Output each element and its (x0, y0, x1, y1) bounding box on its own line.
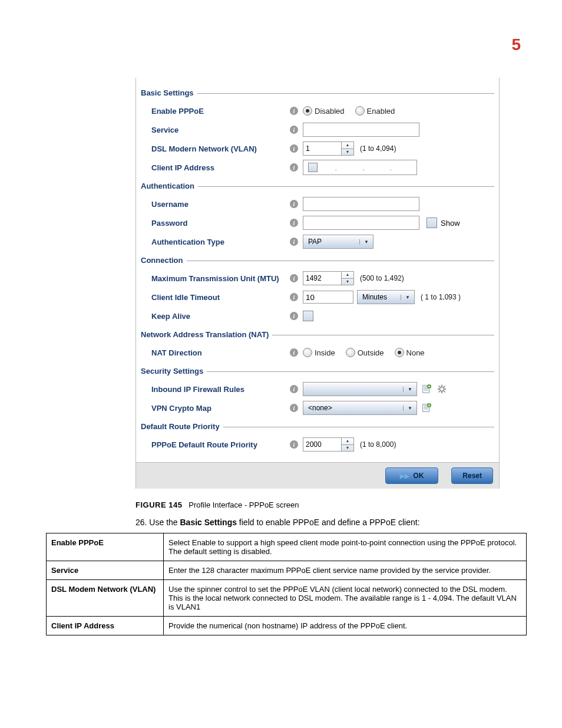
step-26: 26. Use the Basic Settings field to enab… (135, 518, 521, 527)
label-nat-dir: NAT Direction (141, 348, 290, 357)
table-row: Enable PPPoE Select Enable to support a … (47, 533, 527, 561)
label-vpn-map: VPN Crypto Map (141, 404, 290, 413)
ok-button[interactable]: ▶▶ OK (385, 467, 438, 484)
settings-panel: Basic Settings Enable PPPoE i Disabled E… (135, 78, 500, 489)
section-auth: Authentication (141, 182, 494, 191)
spin-up-icon[interactable]: ▲ (342, 438, 353, 445)
chevron-down-icon: ▼ (401, 295, 414, 300)
radio-disabled[interactable] (303, 106, 312, 116)
info-icon[interactable]: i (290, 163, 298, 172)
info-icon[interactable]: i (290, 107, 298, 115)
auth-type-value: PAP (303, 238, 359, 246)
section-title: Connection (141, 256, 187, 265)
info-icon[interactable]: i (290, 219, 298, 227)
section-nat: Network Address Translation (NAT) (141, 330, 494, 340)
settings-table: Enable PPPoE Select Enable to support a … (46, 533, 527, 635)
cell-desc: Use the spinner control to set the PPPoE… (164, 580, 527, 617)
radio-none[interactable] (395, 348, 404, 357)
spin-down-icon[interactable]: ▼ (342, 445, 353, 452)
username-input[interactable] (303, 197, 419, 211)
figure-label: FIGURE 145 (135, 500, 182, 509)
keep-alive-checkbox[interactable] (303, 311, 313, 321)
gear-icon[interactable] (436, 383, 448, 395)
figure-caption: FIGURE 145 Profile Interface - PPPoE scr… (135, 500, 521, 509)
mtu-input[interactable] (303, 272, 341, 285)
info-icon[interactable]: i (290, 126, 298, 134)
auth-type-select[interactable]: PAP ▼ (303, 235, 373, 249)
spin-up-icon[interactable]: ▲ (342, 272, 353, 279)
label-password: Password (141, 219, 290, 228)
idle-input[interactable] (303, 291, 353, 304)
idle-hint: ( 1 to 1,093 ) (421, 293, 461, 301)
ip-checkbox[interactable] (308, 163, 318, 172)
reset-button[interactable]: Reset (451, 467, 493, 484)
svg-point-5 (439, 387, 444, 391)
info-icon[interactable]: i (290, 293, 298, 301)
inbound-fw-select[interactable]: ▼ (303, 382, 417, 396)
cell-heading: Service (47, 561, 164, 580)
info-icon[interactable]: i (290, 348, 298, 357)
cell-desc: Enter the 128 character maximum PPPoE cl… (164, 561, 527, 580)
info-icon[interactable]: i (290, 404, 298, 412)
idle-unit-value: Minutes (358, 293, 401, 301)
info-icon[interactable]: i (290, 385, 298, 393)
fast-forward-icon: ▶▶ (400, 473, 409, 479)
info-icon[interactable]: i (290, 440, 298, 449)
vlan-spinner[interactable]: ▲▼ (303, 141, 354, 156)
label-enable-pppoe: Enable PPPoE (141, 107, 290, 116)
label-service: Service (141, 126, 290, 134)
add-map-button[interactable] (421, 402, 432, 414)
section-security: Security Settings (141, 367, 494, 376)
cell-heading: Enable PPPoE (47, 533, 164, 561)
show-label: Show (441, 219, 460, 228)
add-rule-button[interactable] (421, 383, 432, 395)
svg-line-12 (439, 391, 440, 393)
section-title: Authentication (141, 182, 198, 190)
radio-enabled[interactable] (355, 106, 365, 116)
cell-heading: Client IP Address (47, 617, 164, 635)
label-dsl-vlan: DSL Modern Network (VLAN) (141, 144, 290, 153)
radio-disabled-label: Disabled (315, 107, 345, 116)
svg-line-13 (444, 386, 445, 387)
button-bar: ▶▶ OK Reset (136, 462, 499, 489)
label-keep-alive: Keep Alive (141, 312, 290, 321)
spin-down-icon[interactable]: ▼ (342, 279, 353, 285)
spin-up-icon[interactable]: ▲ (342, 142, 353, 149)
radio-outside[interactable] (346, 348, 355, 357)
idle-unit-select[interactable]: Minutes ▼ (357, 290, 415, 304)
cell-desc: Select Enable to support a high speed cl… (164, 533, 527, 561)
radio-none-label: None (406, 348, 425, 357)
cell-desc: Provide the numerical (non hostname) IP … (164, 617, 527, 635)
client-ip-input[interactable]: ... (303, 160, 417, 175)
spin-down-icon[interactable]: ▼ (342, 149, 353, 156)
vpn-map-select[interactable]: <none> ▼ (303, 401, 417, 415)
info-icon[interactable]: i (290, 238, 298, 246)
mtu-spinner[interactable]: ▲▼ (303, 271, 354, 285)
section-basic: Basic Settings (141, 88, 494, 98)
info-icon[interactable]: i (290, 312, 298, 320)
password-input[interactable] (303, 216, 419, 230)
radio-outside-label: Outside (358, 348, 384, 357)
route-prio-spinner[interactable]: ▲▼ (303, 437, 354, 452)
svg-line-10 (439, 386, 440, 387)
svg-line-11 (444, 391, 445, 393)
table-row: DSL Modem Network (VLAN) Use the spinner… (47, 580, 527, 617)
radio-inside[interactable] (303, 348, 312, 357)
vpn-map-value: <none> (303, 404, 403, 412)
label-username: Username (141, 200, 290, 209)
show-password-checkbox[interactable] (427, 218, 437, 228)
section-title: Security Settings (141, 367, 207, 375)
route-hint: (1 to 8,000) (360, 440, 396, 449)
radio-enabled-label: Enabled (367, 107, 395, 116)
radio-inside-label: Inside (315, 348, 335, 357)
route-prio-input[interactable] (303, 438, 341, 451)
label-auth-type: Authentication Type (141, 238, 290, 246)
label-inbound-fw: Inbound IP Firewall Rules (141, 385, 290, 394)
vlan-input[interactable] (303, 142, 341, 155)
info-icon[interactable]: i (290, 200, 298, 208)
info-icon[interactable]: i (290, 274, 298, 282)
table-row: Service Enter the 128 character maximum … (47, 561, 527, 580)
service-input[interactable] (303, 123, 419, 137)
info-icon[interactable]: i (290, 144, 298, 153)
cell-heading: DSL Modem Network (VLAN) (47, 580, 164, 617)
